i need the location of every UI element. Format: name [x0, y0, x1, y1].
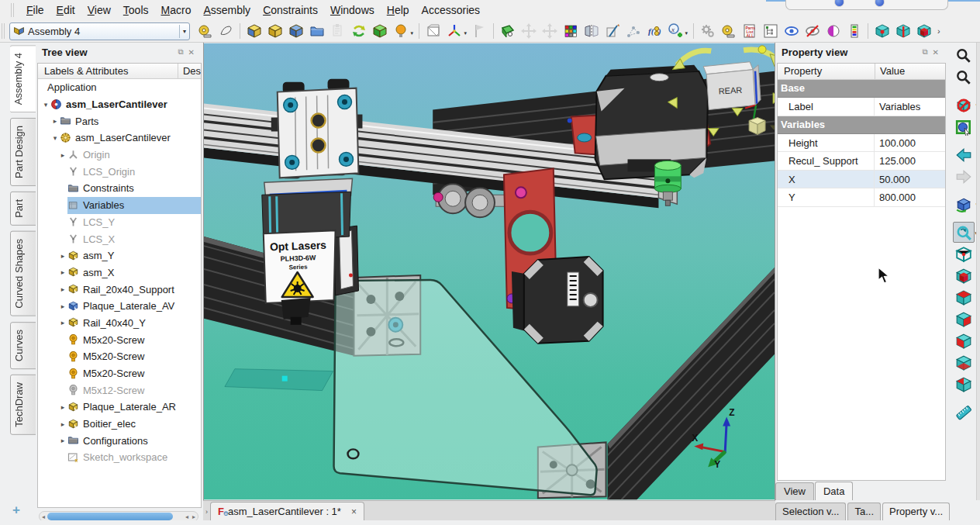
- tree-item-parts[interactable]: ▸Parts: [38, 112, 201, 130]
- workbench-selector[interactable]: polygon points="10,2 18,6 10,10 2,6" fil…: [9, 22, 190, 40]
- tree-column-headers[interactable]: Labels & Attributes Des: [38, 64, 201, 79]
- property-value[interactable]: 100.000: [875, 134, 945, 152]
- symmetry-array-icon[interactable]: [623, 22, 644, 41]
- workbench-tab-curved-shapes[interactable]: Curved Shapes: [10, 231, 37, 316]
- 3d-scene[interactable]: Opt Lasers PLH3D-6W Series: [204, 43, 775, 500]
- menu-constraints[interactable]: Constraints: [257, 2, 324, 19]
- menu-accessories[interactable]: Accessories: [416, 2, 486, 19]
- appearance-icon[interactable]: [823, 22, 844, 41]
- tree-caret-icon[interactable]: ▾: [50, 134, 60, 142]
- property-group-base[interactable]: Base: [778, 80, 945, 98]
- show-attachment-icon[interactable]: ▾: [390, 22, 411, 41]
- 3d-viewport[interactable]: Opt Lasers PLH3D-6W Series: [203, 43, 775, 500]
- release-attachment-icon[interactable]: [497, 22, 518, 41]
- tree-caret-icon[interactable]: ▸: [58, 420, 67, 428]
- tree-item-m5x20-screw[interactable]: M5x20-Screw: [38, 365, 201, 382]
- add-workbench-button[interactable]: +: [12, 503, 20, 518]
- panel-tab-propertyv[interactable]: Property v...: [882, 503, 950, 520]
- menu-windows[interactable]: Windows: [324, 2, 381, 19]
- tree-item-lcs-x[interactable]: LCS_X: [38, 230, 201, 247]
- property-table-headers[interactable]: Property Value: [778, 64, 945, 80]
- scroll-left2-icon[interactable]: ◂: [185, 513, 188, 520]
- tree-item-m5x12-screw[interactable]: M5x12-Screw: [38, 382, 201, 399]
- fit-all-icon[interactable]: ▾: [953, 222, 975, 243]
- menu-tools[interactable]: Tools: [117, 2, 155, 19]
- tree-item-asm-lasercantilever[interactable]: ▾asm_LaserCantilever: [38, 96, 201, 113]
- tree-caret-icon[interactable]: ▸: [58, 302, 67, 310]
- close-panel-icon[interactable]: ✕: [186, 48, 197, 57]
- tab-overflow-icon[interactable]: ›: [203, 508, 210, 520]
- menu-help[interactable]: Help: [381, 2, 416, 19]
- new-body-icon[interactable]: [285, 22, 306, 41]
- panel-tab-ta[interactable]: Ta...: [847, 503, 881, 520]
- tree-caret-icon[interactable]: ▸: [58, 268, 67, 276]
- edge-display-icon[interactable]: [892, 22, 913, 41]
- toolbar-grip[interactable]: [11, 3, 16, 17]
- whats-this-icon[interactable]: [953, 67, 975, 88]
- view-rear-icon[interactable]: [953, 330, 975, 351]
- new-part-icon[interactable]: [264, 22, 285, 41]
- workbench-tab-curves[interactable]: Curves: [10, 322, 37, 369]
- tree-caret-icon[interactable]: ▸: [58, 151, 67, 159]
- open-document-icon[interactable]: [306, 22, 327, 41]
- tree-item-plaque-laterale-ar[interactable]: ▸Plaque_Laterale_AR: [38, 399, 201, 416]
- scroll-right-icon[interactable]: ▸: [192, 513, 195, 520]
- mirror-part-icon[interactable]: [581, 22, 602, 41]
- toolbar-grip2[interactable]: [2, 23, 6, 39]
- tree-col-labels[interactable]: Labels & Attributes: [38, 64, 178, 78]
- panel-tab-selectionv[interactable]: Selection v...: [775, 503, 846, 520]
- scrollbar-thumb[interactable]: [47, 513, 173, 520]
- toolbar-overflow-icon[interactable]: ›: [937, 26, 940, 36]
- workbench-tab-assembly-4[interactable]: Assembly 4: [10, 45, 38, 112]
- menu-view[interactable]: View: [81, 2, 117, 19]
- measure-tool-icon[interactable]: [195, 22, 216, 41]
- nav-cube-rear-face[interactable]: REAR: [718, 85, 742, 96]
- view-right-icon[interactable]: [953, 309, 975, 330]
- swap-link-icon[interactable]: [348, 22, 369, 41]
- view-axonometric-icon[interactable]: [953, 244, 975, 264]
- tree-item-asm-y[interactable]: ▸asm_Y: [38, 247, 201, 264]
- property-value[interactable]: 800.000: [875, 188, 945, 206]
- tab-data[interactable]: Data: [815, 482, 853, 500]
- tree-col-description[interactable]: Des: [178, 64, 201, 78]
- view-top-icon[interactable]: [953, 287, 975, 308]
- property-row-recul-support[interactable]: Recul_ Support125.000: [778, 152, 945, 171]
- add-variable-icon[interactable]: x▾: [664, 22, 685, 41]
- menu-assembly[interactable]: Assembly: [197, 2, 257, 19]
- stepper-motor-x[interactable]: [595, 65, 709, 180]
- property-row-label[interactable]: LabelVariables: [778, 98, 945, 116]
- float-panel-icon[interactable]: ⧉: [175, 47, 185, 57]
- measure-assembly-icon[interactable]: [718, 22, 739, 41]
- new-lcs-icon[interactable]: ▾: [443, 22, 464, 41]
- view-front-icon[interactable]: [953, 265, 975, 286]
- blue-orb-icon[interactable]: [875, 0, 885, 7]
- property-row-y[interactable]: Y800.000: [778, 188, 945, 207]
- float-panel-icon[interactable]: ⧉: [920, 47, 930, 57]
- tree-item-variables[interactable]: Variables: [38, 197, 201, 214]
- sketch-tool-icon[interactable]: [216, 22, 236, 41]
- new-body-box-icon[interactable]: [423, 22, 443, 41]
- parts-list-icon[interactable]: PartsListALL: [739, 22, 760, 41]
- tab-view[interactable]: View: [775, 482, 814, 500]
- scroll-left-icon[interactable]: ◂: [42, 513, 45, 520]
- tree-item-boitier-elec[interactable]: ▸Boitier_elec: [38, 416, 201, 433]
- property-row-height[interactable]: Height100.000: [778, 134, 945, 153]
- workbench-tab-part-design[interactable]: Part Design: [10, 118, 37, 186]
- import-part-icon[interactable]: [369, 22, 390, 41]
- right-scrollbar[interactable]: [976, 43, 980, 500]
- floating-widget[interactable]: [785, 0, 948, 10]
- tree-item-asm-x[interactable]: ▸asm_X: [38, 264, 201, 281]
- edit-sketch-placement-icon[interactable]: [602, 22, 623, 41]
- color-legend-icon[interactable]: [844, 22, 864, 41]
- tree-item-lcs-origin[interactable]: LCS_Origin: [38, 163, 201, 180]
- solver-rubik-icon[interactable]: [560, 22, 581, 41]
- tree-item-plaque-laterale-av[interactable]: ▸Plaque_Laterale_AV: [38, 298, 201, 315]
- nav-back-icon[interactable]: [953, 144, 975, 165]
- tree-item-lcs-y[interactable]: LCS_Y: [38, 214, 201, 231]
- property-group-variables[interactable]: Variables: [778, 116, 945, 134]
- property-value[interactable]: Variables: [875, 98, 945, 116]
- show-selected-icon[interactable]: [781, 22, 802, 41]
- hide-selected-icon[interactable]: [802, 22, 823, 41]
- view-bottom-icon[interactable]: [953, 352, 975, 373]
- close-tab-icon[interactable]: ×: [351, 506, 357, 517]
